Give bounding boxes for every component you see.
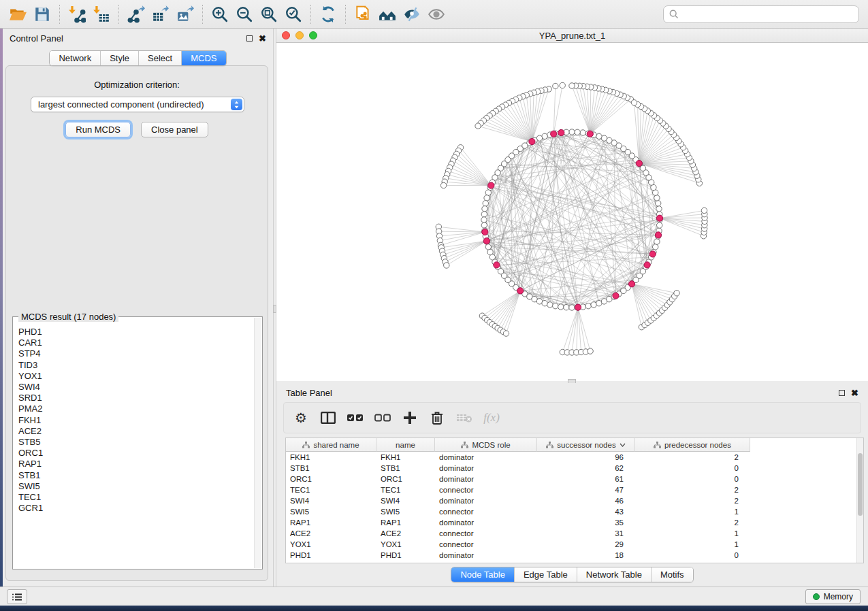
tab-network-table[interactable]: Network Table (577, 567, 651, 582)
mcds-result-item[interactable]: ACE2 (18, 426, 254, 437)
cell: dominator (435, 551, 537, 559)
tab-select[interactable]: Select (138, 51, 181, 65)
graphics-details-button[interactable] (424, 3, 449, 25)
table-row[interactable]: TEC1TEC1connector472 (286, 484, 863, 495)
table-row[interactable]: SWI5SWI5connector431 (286, 506, 863, 517)
first-neighbors-button[interactable] (375, 3, 400, 25)
table-row[interactable]: SWI4SWI4dominator462 (286, 495, 863, 506)
eye-slash-icon (403, 5, 421, 23)
select-stepper-icon (231, 99, 242, 110)
cell: ACE2 (286, 529, 376, 538)
task-history-button[interactable] (7, 589, 27, 604)
mcds-result-item[interactable]: SRD1 (18, 393, 254, 403)
table-panel-header: Table Panel ✖ (276, 383, 868, 402)
mcds-result-item[interactable]: ORC1 (18, 448, 254, 459)
cell: connector (435, 540, 537, 548)
close-panel-icon[interactable]: ✖ (259, 35, 266, 42)
mcds-list-scrollbar[interactable] (254, 318, 261, 568)
tab-edge-table[interactable]: Edge Table (514, 567, 577, 582)
float-panel-icon[interactable] (839, 390, 845, 396)
table-row[interactable]: STB1STB1dominator620 (286, 463, 863, 474)
search-field[interactable] (663, 5, 859, 23)
tab-style[interactable]: Style (100, 51, 138, 65)
export-image-button[interactable] (173, 3, 197, 25)
memory-status-icon (813, 593, 820, 600)
import-network-button[interactable] (65, 3, 89, 25)
network-window-title: YPA_prune.txt_1 (276, 31, 868, 41)
tab-mcds[interactable]: MCDS (181, 51, 225, 65)
mcds-result-item[interactable]: PHD1 (18, 327, 254, 337)
apply-layout-button[interactable] (316, 3, 340, 25)
mcds-result-item[interactable]: STB5 (18, 437, 254, 448)
select-all-button[interactable] (345, 408, 366, 428)
table-panel-title: Table Panel (286, 388, 332, 398)
memory-button[interactable]: Memory (805, 589, 861, 604)
table-settings-button[interactable]: ⚙ (291, 408, 311, 428)
column-header-MCDS-role[interactable]: MCDS role (435, 438, 537, 452)
export-network-icon (127, 5, 145, 23)
add-column-button[interactable] (400, 408, 420, 428)
zoom-in-button[interactable] (208, 3, 232, 25)
cell: connector (435, 508, 537, 516)
cell: 0 (635, 464, 750, 472)
mcds-result-item[interactable]: SWI4 (18, 382, 254, 393)
close-panel-icon[interactable]: ✖ (851, 390, 858, 396)
tab-node-table[interactable]: Node Table (451, 567, 514, 582)
table-row[interactable]: ACE2ACE2connector311 (286, 528, 863, 539)
table-scrollbar-thumb[interactable] (858, 453, 863, 516)
cell: 62 (537, 464, 635, 472)
table-row[interactable]: PHD1PHD1dominator180 (286, 550, 863, 561)
column-header-shared-name[interactable]: shared name (286, 438, 376, 452)
zoom-selected-button[interactable] (281, 3, 306, 25)
hide-selected-button[interactable] (400, 3, 424, 25)
mcds-result-item[interactable]: RAP1 (18, 459, 254, 469)
table-scrollbar[interactable] (856, 438, 863, 563)
mcds-result-item[interactable]: STB1 (18, 470, 254, 481)
table-row[interactable]: YOX1YOX1connector291 (286, 539, 863, 550)
search-icon (669, 10, 679, 19)
criterion-select[interactable]: largest connected component (undirected) (31, 97, 244, 112)
export-network-button[interactable] (124, 3, 148, 25)
close-panel-button[interactable]: Close panel (141, 122, 208, 137)
table-row[interactable]: FKH1FKH1dominator962 (286, 452, 863, 463)
float-panel-icon[interactable] (246, 35, 253, 42)
mcds-result-item[interactable]: FKH1 (18, 415, 254, 426)
column-header-predecessor-nodes[interactable]: predecessor nodes (635, 438, 750, 452)
cell: SWI4 (376, 497, 435, 505)
cell: PHD1 (376, 551, 435, 559)
open-button[interactable] (5, 3, 30, 25)
table-row[interactable]: ORC1ORC1dominator610 (286, 474, 863, 484)
run-mcds-button[interactable]: Run MCDS (65, 122, 131, 137)
control-panel-title: Control Panel (10, 33, 63, 44)
network-view[interactable] (276, 43, 868, 381)
show-column-panel-button[interactable] (318, 408, 338, 428)
new-network-from-selection-button[interactable] (351, 3, 375, 25)
tab-motifs[interactable]: Motifs (651, 567, 693, 582)
mcds-result-item[interactable]: TID3 (18, 360, 254, 371)
mcds-result-item[interactable]: PMA2 (18, 403, 254, 414)
delete-column-button[interactable] (427, 408, 447, 428)
mcds-result-item[interactable]: TEC1 (18, 492, 254, 503)
mcds-result-item[interactable]: CAR1 (18, 337, 254, 348)
mcds-tab-content: Optimization criterion: largest connecte… (5, 65, 268, 581)
column-header-name[interactable]: name (376, 438, 435, 452)
mcds-result-item[interactable]: YOX1 (18, 371, 254, 382)
tab-network[interactable]: Network (50, 51, 100, 65)
mcds-result-item[interactable]: GCR1 (18, 503, 254, 514)
table-row[interactable]: RAP1RAP1dominator352 (286, 517, 863, 528)
mcds-result-list[interactable]: PHD1CAR1STP4TID3YOX1SWI4SRD1PMA2FKH1ACE2… (14, 323, 254, 568)
mcds-result-item[interactable]: SWI5 (18, 481, 254, 492)
cell: YOX1 (376, 540, 435, 548)
export-table-button[interactable] (148, 3, 173, 25)
import-table-button[interactable] (89, 3, 114, 25)
network-window-titlebar[interactable]: YPA_prune.txt_1 (276, 29, 868, 43)
search-input[interactable] (683, 10, 853, 20)
main-toolbar (0, 0, 868, 29)
criterion-value: largest connected component (undirected) (38, 99, 204, 110)
column-header-successor-nodes[interactable]: successor nodes (537, 438, 635, 452)
mcds-result-item[interactable]: STP4 (18, 348, 254, 359)
deselect-all-button[interactable] (372, 408, 393, 428)
save-button[interactable] (30, 3, 54, 25)
zoom-fit-button[interactable] (257, 3, 281, 25)
zoom-out-button[interactable] (232, 3, 257, 25)
